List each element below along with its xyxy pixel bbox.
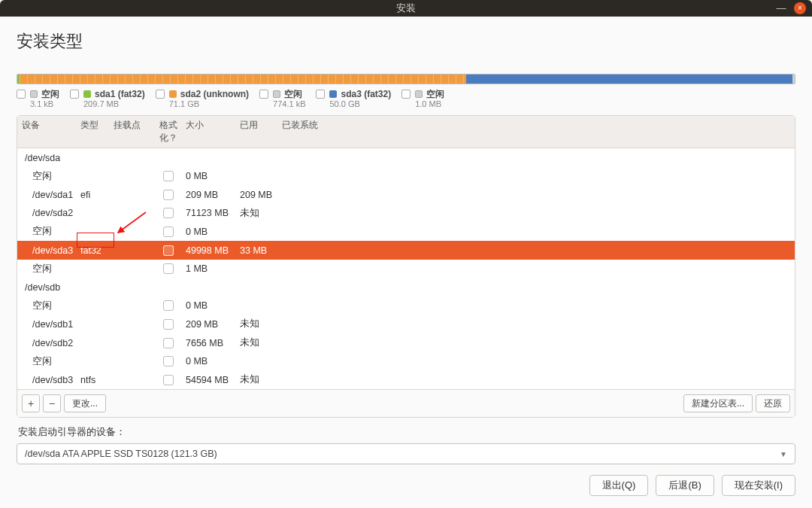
legend-label: sda3 (fat32) [329,89,391,99]
cell-format [151,375,186,385]
cell-size: 0 MB [186,171,240,181]
col-type[interactable]: 类型 [80,119,114,144]
cell-device: 空闲 [22,225,80,238]
new-partition-table-button[interactable]: 新建分区表... [683,394,753,412]
cell-used: 33 MB [240,245,282,256]
format-checkbox[interactable] [163,190,174,200]
legend-checkbox[interactable] [316,90,325,99]
seg-sda3 [466,75,792,84]
footer-buttons: 退出(Q) 后退(B) 现在安装(I) [17,464,795,499]
minimize-button[interactable]: — [776,3,786,14]
cell-device: /dev/sda3 [22,245,80,256]
col-used[interactable]: 已用 [240,119,282,144]
cell-device: 空闲 [22,300,80,312]
disk-usage-bar [17,74,795,84]
col-size[interactable]: 大小 [186,119,240,144]
format-checkbox[interactable] [163,245,174,256]
install-now-button[interactable]: 现在安装(I) [722,475,795,496]
cell-size: 71123 MB [186,208,240,218]
cell-format [151,263,186,274]
col-system[interactable]: 已装系统 [282,119,790,144]
partition-table: 设备 类型 挂载点 格式化？ 大小 已用 已装系统 /dev/sda 空闲 0 … [17,115,795,418]
legend-sublabel: 774.1 kB [273,99,305,109]
legend-swatch [273,90,280,98]
legend-sublabel: 50.0 GB [329,99,391,109]
cell-size: 0 MB [186,356,240,367]
format-checkbox[interactable] [163,208,174,218]
legend-label: sda2 (unknown) [169,89,249,99]
table-row[interactable]: /dev/sda [17,148,795,167]
legend-item: sda1 (fat32) 209.7 MB [70,89,145,110]
legend-item: 空闲 774.1 kB [259,89,305,110]
cell-size: 1 MB [186,263,240,274]
table-row[interactable]: 空闲 0 MB [17,297,795,315]
legend-label: sda1 (fat32) [83,89,145,99]
legend-label: 空闲 [273,89,305,99]
legend-checkbox[interactable] [70,90,79,99]
format-checkbox[interactable] [163,171,174,181]
cell-device: /dev/sda [22,153,80,163]
cell-device: /dev/sdb3 [22,375,80,385]
legend-sublabel: 3.1 kB [30,99,59,109]
legend-checkbox[interactable] [401,90,411,99]
table-row[interactable]: 空闲 0 MB [17,167,795,186]
cell-size: 0 MB [186,300,240,311]
install-window: 安装 — × 安装类型 空闲 3.1 kB sda1 (fat32) 209.7… [0,0,812,508]
table-row[interactable]: /dev/sda1 efi 209 MB 209 MB [17,185,795,204]
table-row[interactable]: /dev/sda2 71123 MB 未知 [17,204,795,223]
legend-swatch [329,90,337,98]
legend-sublabel: 209.7 MB [83,99,145,109]
format-checkbox[interactable] [163,319,174,330]
format-checkbox[interactable] [163,263,174,274]
window-title: 安装 [396,2,416,15]
cell-size: 7656 MB [186,338,240,348]
format-checkbox[interactable] [163,338,174,348]
format-checkbox[interactable] [163,356,174,367]
bootloader-select[interactable]: /dev/sda ATA APPLE SSD TS0128 (121.3 GB)… [17,443,795,464]
format-checkbox[interactable] [163,300,174,311]
table-row[interactable]: 空闲 0 MB [17,352,795,371]
table-footer: + − 更改... 新建分区表... 还原 [17,389,795,417]
col-mount[interactable]: 挂载点 [114,119,151,144]
cell-format [151,171,186,181]
col-device[interactable]: 设备 [22,119,80,144]
legend-swatch [169,90,177,98]
change-button[interactable]: 更改... [64,394,106,412]
cell-size: 209 MB [186,190,240,200]
table-row[interactable]: /dev/sdb3 ntfs 54594 MB 未知 [17,370,795,389]
table-row[interactable]: 空闲 0 MB [17,223,795,242]
legend-swatch [30,90,38,98]
cell-size: 209 MB [186,319,240,330]
cell-device: /dev/sdb2 [22,338,80,348]
legend-checkbox[interactable] [17,90,26,99]
cell-size: 0 MB [186,227,240,237]
cell-format [151,245,186,256]
table-row[interactable]: /dev/sdb [17,278,795,297]
remove-partition-button[interactable]: − [43,394,61,412]
legend-checkbox[interactable] [156,90,165,99]
format-checkbox[interactable] [163,227,174,237]
cell-used: 未知 [240,318,282,330]
cell-used: 未知 [240,336,282,349]
seg-free [792,75,795,84]
add-partition-button[interactable]: + [22,394,40,412]
col-format[interactable]: 格式化？ [151,119,186,144]
close-button[interactable]: × [794,2,806,14]
cell-used: 209 MB [240,190,282,200]
bootloader-value: /dev/sda ATA APPLE SSD TS0128 (121.3 GB) [25,449,217,459]
table-row[interactable]: /dev/sda3 fat32 49998 MB 33 MB [17,241,795,260]
quit-button[interactable]: 退出(Q) [589,475,649,496]
cell-format [151,190,186,200]
back-button[interactable]: 后退(B) [656,475,714,496]
table-row[interactable]: /dev/sdb1 209 MB 未知 [17,315,795,334]
legend-checkbox[interactable] [259,90,268,99]
legend-swatch [415,90,423,98]
format-checkbox[interactable] [163,375,174,385]
cell-device: 空闲 [22,355,80,368]
table-row[interactable]: /dev/sdb2 7656 MB 未知 [17,333,795,352]
content-area: 安装类型 空闲 3.1 kB sda1 (fat32) 209.7 MB sda… [0,17,812,508]
cell-size: 49998 MB [186,245,240,256]
legend-label: 空闲 [415,89,444,99]
table-row[interactable]: 空闲 1 MB [17,260,795,278]
revert-button[interactable]: 还原 [756,394,790,412]
